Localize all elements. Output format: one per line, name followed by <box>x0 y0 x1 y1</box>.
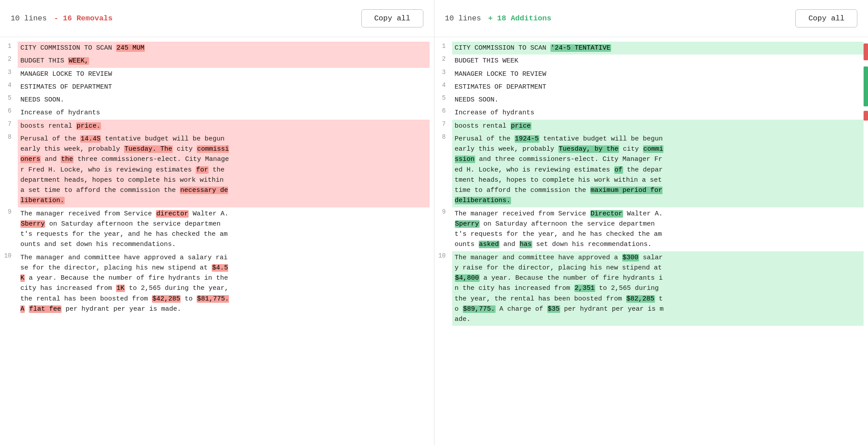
scroll-indicator-red <box>864 111 868 121</box>
line-number: 7 <box>2 120 18 128</box>
right-panel: 10 lines + 18 Additions Copy all 1CITY C… <box>434 0 868 445</box>
table-row: 9The manager received from Service direc… <box>0 207 434 251</box>
left-panel-header: 10 lines - 16 Removals Copy all <box>0 0 434 37</box>
table-row: 8Perusal of the 1924-5 tentative budget … <box>434 133 868 207</box>
line-text: MANAGER LOCKE TO REVIEW <box>452 68 864 81</box>
line-number: 9 <box>2 207 18 215</box>
scroll-indicators <box>864 37 868 445</box>
line-text: Perusal of the 1924-5 tentative budget w… <box>452 133 864 207</box>
table-row: 1CITY COMMISSION TO SCAN 245 MUM <box>0 42 434 55</box>
table-row: 4ESTIMATES OF DEPARTMENT <box>434 81 868 94</box>
line-number: 4 <box>2 81 18 89</box>
line-text: NEEDS SOON. <box>18 94 430 106</box>
table-row: 8Perusal of the 14.4S tentative budget w… <box>0 133 434 207</box>
line-number: 9 <box>436 207 452 215</box>
line-number: 6 <box>436 106 452 114</box>
line-number: 3 <box>2 68 18 76</box>
line-number: 8 <box>2 133 18 141</box>
table-row: 9The manager received from Service Direc… <box>434 207 868 251</box>
left-lines-count: 10 lines <box>11 14 47 23</box>
line-text: BUDGET THIS WEEK <box>452 55 864 67</box>
table-row: 1CITY COMMISSION TO SCAN '24-5 TENTATIVE <box>434 42 868 55</box>
line-text: boosts rental price <box>452 120 864 133</box>
table-row: 10The manager and committee have approve… <box>434 251 868 326</box>
table-row: 3MANAGER LOCKE TO REVIEW <box>0 68 434 81</box>
diff-container: 10 lines - 16 Removals Copy all 1CITY CO… <box>0 0 868 445</box>
line-text: Increase of hydrants <box>452 106 864 119</box>
table-row: 2BUDGET THIS WEEK <box>434 55 868 67</box>
line-text: The manager received from Service direct… <box>18 207 430 251</box>
line-text: CITY COMMISSION TO SCAN '24-5 TENTATIVE <box>452 42 864 55</box>
line-number: 2 <box>2 55 18 62</box>
line-number: 4 <box>436 81 452 89</box>
line-number: 6 <box>2 106 18 114</box>
line-number: 10 <box>2 251 18 259</box>
table-row: 2BUDGET THIS WEEK, <box>0 55 434 67</box>
line-text: Perusal of the 14.4S tentative budget wi… <box>18 133 430 207</box>
line-text: The manager and committee have approved … <box>18 251 430 316</box>
line-number: 8 <box>436 133 452 141</box>
scroll-indicator-red <box>864 43 868 60</box>
table-row: 3MANAGER LOCKE TO REVIEW <box>434 68 868 81</box>
line-number: 3 <box>436 68 452 76</box>
table-row: 7boosts rental price <box>434 120 868 133</box>
line-number: 1 <box>2 42 18 50</box>
line-text: NEEDS SOON. <box>452 94 864 106</box>
table-row: 5NEEDS SOON. <box>0 94 434 106</box>
right-lines-count: 10 lines <box>445 14 481 23</box>
line-text: The manager and committee have approved … <box>452 251 864 326</box>
line-text: BUDGET THIS WEEK, <box>18 55 430 67</box>
table-row: 7boosts rental price. <box>0 120 434 133</box>
left-panel: 10 lines - 16 Removals Copy all 1CITY CO… <box>0 0 434 445</box>
line-number: 7 <box>436 120 452 128</box>
line-number: 2 <box>436 55 452 62</box>
line-text: ESTIMATES OF DEPARTMENT <box>18 81 430 94</box>
table-row: 6Increase of hydrants <box>0 106 434 119</box>
table-row: 5NEEDS SOON. <box>434 94 868 106</box>
line-text: MANAGER LOCKE TO REVIEW <box>18 68 430 81</box>
scroll-indicator-green <box>864 66 868 106</box>
left-panel-content: 1CITY COMMISSION TO SCAN 245 MUM2BUDGET … <box>0 37 434 445</box>
right-additions-count: + 18 Additions <box>488 14 551 23</box>
left-copy-all-button[interactable]: Copy all <box>361 9 423 27</box>
line-text: Increase of hydrants <box>18 106 430 119</box>
table-row: 10The manager and committee have approve… <box>0 251 434 316</box>
left-removals-count: - 16 Removals <box>54 14 113 23</box>
line-number: 5 <box>2 94 18 101</box>
right-panel-content: 1CITY COMMISSION TO SCAN '24-5 TENTATIVE… <box>434 37 868 445</box>
line-text: ESTIMATES OF DEPARTMENT <box>452 81 864 94</box>
right-copy-all-button[interactable]: Copy all <box>795 9 857 27</box>
line-text: boosts rental price. <box>18 120 430 133</box>
table-row: 6Increase of hydrants <box>434 106 868 119</box>
right-panel-header: 10 lines + 18 Additions Copy all <box>434 0 868 37</box>
line-number: 1 <box>436 42 452 50</box>
table-row: 4ESTIMATES OF DEPARTMENT <box>0 81 434 94</box>
line-text: The manager received from Service Direct… <box>452 207 864 251</box>
line-number: 10 <box>436 251 452 259</box>
line-number: 5 <box>436 94 452 101</box>
line-text: CITY COMMISSION TO SCAN 245 MUM <box>18 42 430 55</box>
